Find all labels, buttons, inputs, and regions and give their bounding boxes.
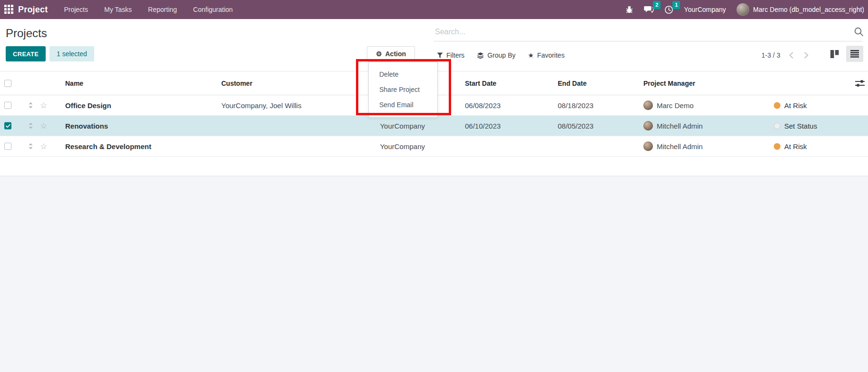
manager-avatar [643, 141, 653, 151]
topbar-right: 2 1 YourCompany Marc Demo (db_model_acce… [625, 3, 868, 16]
next-page-icon[interactable] [802, 50, 811, 60]
adjust-columns-icon[interactable] [855, 79, 865, 88]
apps-grid-icon[interactable] [0, 0, 18, 19]
menu-my-tasks[interactable]: My Tasks [104, 6, 132, 13]
create-button[interactable]: CREATE [6, 46, 46, 61]
top-navbar: Project Projects My Tasks Reporting Conf… [0, 0, 868, 19]
menu-projects[interactable]: Projects [64, 6, 88, 13]
list-view-icon[interactable] [846, 46, 863, 62]
action-dropdown-menu: Delete Share Project Send Email [368, 61, 438, 118]
filters-label: Filters [446, 51, 464, 59]
gear-icon: ⚙ [376, 50, 382, 57]
favorites-star-icon: ★ [528, 52, 534, 59]
manager-name: Marc Demo [657, 101, 694, 110]
manager-avatar [643, 101, 653, 110]
action-button[interactable]: ⚙ Action [367, 46, 415, 61]
manager-name: Mitchell Admin [657, 142, 703, 151]
select-all-checkbox[interactable] [4, 80, 11, 87]
project-status[interactable]: At Risk [774, 142, 807, 151]
row-checkbox[interactable] [4, 102, 11, 109]
status-dot [774, 122, 780, 129]
menu-item-delete[interactable]: Delete [369, 67, 437, 82]
drag-handle-icon[interactable] [29, 143, 33, 150]
odoo-project-list-screen: Project Projects My Tasks Reporting Conf… [0, 0, 868, 372]
status-dot [774, 143, 780, 150]
filters-button[interactable]: Filters [437, 51, 464, 59]
favorite-star-icon[interactable]: ☆ [40, 141, 47, 151]
status-label: At Risk [784, 101, 807, 110]
content-empty-area [0, 176, 868, 372]
messages-badge: 2 [653, 1, 661, 9]
activities-badge: 1 [672, 1, 680, 9]
favorites-button[interactable]: ★ Favorites [528, 51, 564, 59]
view-switcher [826, 46, 863, 62]
project-manager: Mitchell Admin [643, 121, 703, 131]
start-date: 06/08/2023 [465, 101, 501, 110]
project-manager: Mitchell Admin [643, 141, 703, 151]
manager-name: Mitchell Admin [657, 122, 703, 130]
start-date: 06/10/2023 [465, 122, 501, 130]
project-name: Renovations [65, 122, 108, 130]
column-header-project-manager[interactable]: Project Manager [643, 80, 695, 87]
prev-page-icon[interactable] [787, 50, 796, 60]
menu-item-share-project[interactable]: Share Project [369, 82, 437, 97]
top-menu: Projects My Tasks Reporting Configuratio… [64, 6, 233, 13]
search-underline [434, 41, 862, 41]
column-header-customer[interactable]: Customer [221, 80, 252, 87]
filter-funnel-icon [437, 52, 443, 59]
column-header-name[interactable]: Name [65, 80, 83, 87]
menu-configuration[interactable]: Configuration [193, 6, 233, 13]
apps-grid-icon-svg [4, 5, 14, 14]
activity-clock-icon[interactable]: 1 [664, 5, 673, 14]
app-name[interactable]: Project [18, 5, 48, 15]
menu-reporting[interactable]: Reporting [148, 6, 177, 13]
company-switcher[interactable]: YourCompany [684, 6, 726, 13]
search-placeholder: Search... [435, 28, 465, 36]
project-status[interactable]: Set Status [774, 122, 817, 130]
pager-range: 1-3 / 3 [761, 51, 780, 59]
table-row[interactable]: ☆ Renovations YourCompany 06/10/2023 08/… [0, 116, 868, 136]
user-name: Marc Demo (db_model_access_right) [753, 6, 864, 13]
favorites-label: Favorites [537, 51, 565, 59]
end-date: 08/05/2023 [558, 122, 593, 130]
status-label: Set Status [784, 122, 817, 130]
project-manager: Marc Demo [643, 101, 694, 110]
search-options-bar: Filters Group By ★ Favorites [437, 48, 564, 63]
drag-handle-icon[interactable] [29, 123, 33, 129]
project-name: Office Design [65, 101, 111, 110]
group-by-label: Group By [487, 51, 515, 59]
menu-item-send-email[interactable]: Send Email [369, 97, 437, 112]
row-checkbox[interactable] [4, 143, 11, 150]
favorite-star-icon[interactable]: ☆ [40, 101, 47, 111]
favorite-star-icon[interactable]: ☆ [40, 121, 47, 131]
search-input[interactable]: Search... [434, 25, 862, 41]
group-by-layers-icon [477, 52, 484, 59]
table-row[interactable]: ☆ Research & Development YourCompany Mit… [0, 136, 868, 157]
messages-icon[interactable]: 2 [644, 5, 654, 14]
group-by-button[interactable]: Group By [477, 51, 515, 59]
row-checkbox[interactable] [4, 122, 11, 130]
pager: 1-3 / 3 [761, 48, 811, 63]
action-button-label: Action [385, 50, 406, 58]
selected-count-badge: 1 selected [49, 46, 94, 61]
drag-handle-icon[interactable] [29, 102, 33, 109]
page-title: Projects [6, 27, 47, 40]
status-label: At Risk [784, 142, 807, 151]
debug-bug-icon[interactable] [625, 6, 633, 14]
column-header-end-date[interactable]: End Date [558, 80, 587, 87]
project-status[interactable]: At Risk [774, 101, 807, 110]
manager-avatar [643, 121, 653, 131]
column-header-start-date[interactable]: Start Date [465, 80, 496, 87]
project-name: Research & Development [65, 142, 151, 151]
customer-name: YourCompany [221, 122, 425, 130]
user-menu[interactable]: Marc Demo (db_model_access_right) [737, 3, 864, 16]
customer-name: YourCompany [221, 142, 425, 151]
status-dot [774, 102, 780, 109]
user-avatar [737, 3, 749, 16]
search-icon[interactable] [854, 27, 864, 37]
end-date: 08/18/2023 [558, 101, 593, 110]
kanban-view-icon[interactable] [826, 46, 843, 62]
